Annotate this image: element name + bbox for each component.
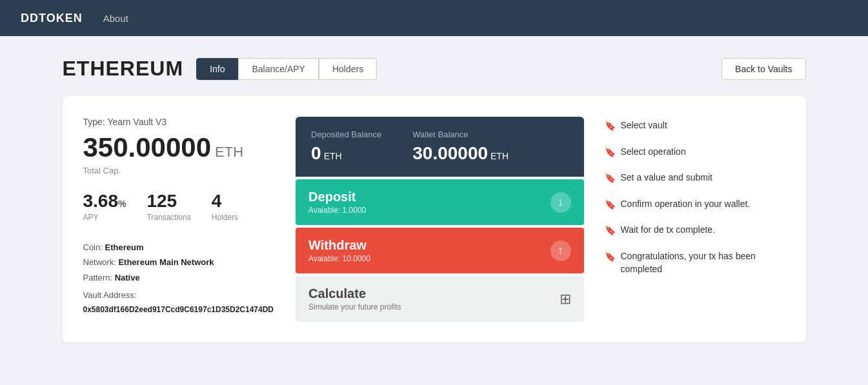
- deposit-icon: ↓: [550, 192, 571, 213]
- step-4: 🔖 Confirm operation in your wallet.: [605, 198, 785, 212]
- withdraw-card[interactable]: Withdraw Avaiable: 10.0000 ↑: [296, 228, 583, 273]
- vault-address: 0x5803df166D2eed917Ccd9C6197c1D35D2C1474…: [83, 303, 276, 317]
- tab-balance-apy[interactable]: Balance/APY: [238, 58, 319, 80]
- withdraw-info: Withdraw Avaiable: 10.0000: [308, 238, 370, 263]
- pattern-value: Native: [115, 273, 140, 282]
- stat-apy-value: 3.68%: [83, 191, 126, 212]
- bookmark-icon-4: 🔖: [605, 199, 616, 212]
- wallet-balance-value: 30.00000ETH: [412, 143, 509, 164]
- nav-about[interactable]: About: [103, 13, 128, 24]
- vault-balance-value: 350.00000: [83, 132, 212, 163]
- deposit-card[interactable]: Deposit Avaiable: 1.0000 ↓: [296, 179, 583, 225]
- wallet-balance: Wallet Balance 30.00000ETH: [412, 130, 509, 164]
- card-inner: Type: Yearn Vault V3 350.00000ETH Total …: [83, 117, 785, 322]
- balance-row: Deposited Balance 0ETH Wallet Balance 30…: [296, 117, 583, 177]
- bookmark-icon-6: 🔖: [605, 251, 616, 264]
- deposited-balance-label: Deposited Balance: [311, 130, 381, 139]
- calculate-title: Calculate: [308, 286, 401, 301]
- vault-balance-unit: ETH: [215, 144, 243, 160]
- step-5-label: Wait for de tx complete.: [621, 224, 716, 237]
- stat-tx-label: Transactions: [146, 213, 190, 222]
- step-1: 🔖 Select vault: [605, 119, 785, 133]
- calculate-info: Calculate Simulate your future profits: [308, 286, 401, 311]
- deposit-info: Deposit Avaiable: 1.0000: [308, 190, 366, 215]
- stat-transactions: 125 Transactions: [146, 191, 190, 222]
- stat-holders: 4 Holders: [212, 191, 238, 222]
- stat-tx-value: 125: [146, 191, 190, 212]
- withdraw-icon: ↑: [550, 241, 571, 261]
- deposited-balance: Deposited Balance 0ETH: [311, 130, 381, 164]
- calculate-subtitle: Simulate your future profits: [308, 302, 401, 311]
- step-2: 🔖 Select operation: [605, 146, 785, 159]
- navbar: DDTOKEN About: [0, 0, 868, 36]
- vault-type: Type: Yearn Vault V3: [83, 117, 276, 127]
- deposited-balance-value: 0ETH: [311, 143, 381, 164]
- bookmark-icon-2: 🔖: [605, 146, 616, 159]
- step-3-label: Set a value and submit: [621, 172, 712, 184]
- steps-list: 🔖 Select vault 🔖 Select operation 🔖 Set …: [605, 119, 785, 275]
- step-5: 🔖 Wait for de tx complete.: [605, 224, 785, 237]
- step-2-label: Select operation: [621, 146, 686, 159]
- withdraw-title: Withdraw: [308, 238, 370, 253]
- network-row: Network: Ethereum Main Network: [83, 255, 276, 270]
- header-left: ETHEREUM Info Balance/APY Holders: [63, 57, 378, 81]
- wallet-balance-label: Wallet Balance: [412, 130, 509, 139]
- left-panel: Type: Yearn Vault V3 350.00000ETH Total …: [83, 117, 276, 322]
- step-6: 🔖 Congratulations, your tx has been comp…: [605, 250, 785, 275]
- meta-info: Coin: Ethereum Network: Ethereum Main Ne…: [83, 240, 276, 317]
- vault-balance: 350.00000ETH: [83, 132, 276, 163]
- calculator-icon: ⊞: [560, 291, 571, 308]
- step-4-label: Confirm operation in your wallet.: [621, 198, 751, 211]
- app-brand: DDTOKEN: [21, 12, 83, 25]
- coin-value: Ethereum: [105, 242, 143, 252]
- step-6-label: Congratulations, your tx has been comple…: [621, 250, 785, 275]
- stat-holders-value: 4: [212, 191, 238, 212]
- withdraw-available: Avaiable: 10.0000: [308, 254, 370, 263]
- stats-row: 3.68% APY 125 Transactions 4 Holders: [83, 191, 276, 222]
- tab-info[interactable]: Info: [196, 58, 238, 80]
- page-container: ETHEREUM Info Balance/APY Holders Back t…: [47, 36, 822, 363]
- bookmark-icon-3: 🔖: [605, 172, 616, 185]
- deposit-available: Avaiable: 1.0000: [308, 206, 366, 215]
- main-card: Type: Yearn Vault V3 350.00000ETH Total …: [63, 96, 806, 342]
- middle-panel: Deposited Balance 0ETH Wallet Balance 30…: [296, 117, 583, 322]
- stat-apy-label: APY: [83, 213, 126, 222]
- step-1-label: Select vault: [621, 119, 667, 132]
- tab-holders[interactable]: Holders: [319, 58, 377, 80]
- pattern-row: Pattern: Native: [83, 270, 276, 285]
- stat-holders-label: Holders: [212, 213, 238, 222]
- back-to-vaults-button[interactable]: Back to Vaults: [722, 58, 805, 80]
- page-title: ETHEREUM: [63, 57, 184, 81]
- coin-row: Coin: Ethereum: [83, 240, 276, 255]
- network-value: Ethereum Main Network: [118, 257, 214, 267]
- step-3: 🔖 Set a value and submit: [605, 172, 785, 185]
- right-panel: 🔖 Select vault 🔖 Select operation 🔖 Set …: [605, 117, 785, 322]
- tab-bar: Info Balance/APY Holders: [196, 58, 377, 80]
- deposit-title: Deposit: [308, 190, 366, 204]
- bookmark-icon-5: 🔖: [605, 224, 616, 237]
- total-cap: Total Cap.: [83, 166, 276, 175]
- stat-apy: 3.68% APY: [83, 191, 126, 222]
- calculate-card[interactable]: Calculate Simulate your future profits ⊞: [296, 276, 583, 322]
- page-header: ETHEREUM Info Balance/APY Holders Back t…: [63, 57, 806, 81]
- bookmark-icon-1: 🔖: [605, 120, 616, 133]
- vault-address-label-row: Vault Address:: [83, 288, 276, 302]
